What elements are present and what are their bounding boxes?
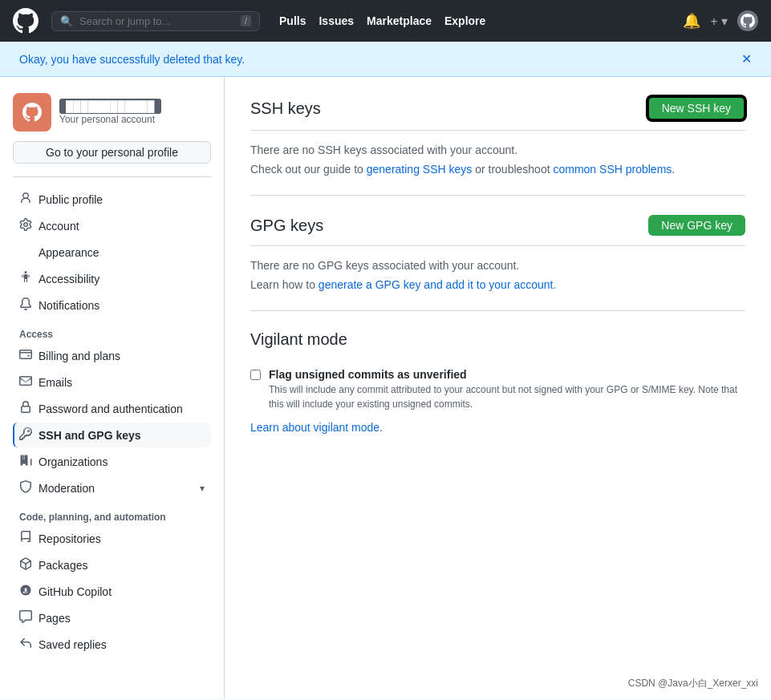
avatar[interactable] [737, 10, 758, 31]
sidebar-item-repositories[interactable]: Repositories [13, 526, 211, 551]
pulls-link[interactable]: Pulls [279, 14, 306, 27]
sidebar-label: GitHub Copilot [39, 585, 112, 598]
vigilant-checkbox-desc: This will include any commit attributed … [269, 382, 745, 411]
sidebar-label: Password and authentication [39, 403, 183, 415]
sidebar-nav-code: Repositories Packages GitHub Copilot Pag… [13, 526, 211, 657]
sidebar-item-account[interactable]: Account [13, 213, 211, 238]
sidebar-nav-access: Billing and plans Emails Password and au… [13, 343, 211, 500]
banner-close-button[interactable]: ✕ [741, 51, 752, 67]
ssh-section-title: SSH keys [250, 99, 321, 118]
sidebar-item-packages[interactable]: Packages [13, 552, 211, 577]
vigilant-checkbox[interactable] [250, 370, 261, 380]
ssh-guide-mid: or troubleshoot [472, 163, 553, 176]
sidebar-item-organizations[interactable]: Organizations [13, 449, 211, 474]
notifications-button[interactable]: 🔔 [683, 12, 700, 30]
success-banner: Okay, you have successfully deleted that… [0, 42, 771, 77]
sidebar-label: Billing and plans [39, 350, 120, 362]
sidebar-item-appearance[interactable]: Appearance [13, 240, 211, 265]
sidebar-divider-top [13, 176, 211, 177]
sidebar-label: SSH and GPG keys [39, 429, 141, 442]
section-divider-1 [250, 195, 745, 196]
sidebar-item-accessibility[interactable]: Accessibility [13, 266, 211, 291]
gpg-guide-prefix: Learn how to [250, 278, 319, 291]
creditcard-icon [19, 348, 32, 363]
lock-icon [19, 401, 32, 416]
paintbrush-icon [19, 245, 32, 260]
accessibility-icon [19, 271, 32, 286]
profile-name: ████████████ [59, 99, 161, 114]
vigilant-section-title: Vigilant mode [250, 330, 347, 349]
chevron-down-icon: ▾ [200, 483, 205, 494]
package-icon [19, 557, 32, 573]
explore-link[interactable]: Explore [444, 14, 485, 27]
code-section-label: Code, planning, and automation [13, 502, 211, 526]
sidebar-item-saved-replies[interactable]: Saved replies [13, 632, 211, 657]
avatar [13, 93, 51, 132]
vigilant-learn-link[interactable]: Learn about vigilant mode. [250, 421, 383, 434]
ssh-section-header: SSH keys New SSH key [250, 96, 745, 131]
sidebar-nav-main: Public profile Account Appearance Access… [13, 187, 211, 318]
vigilant-checkbox-row: Flag unsigned commits as unverified This… [250, 368, 745, 411]
sidebar-label: Packages [39, 559, 87, 572]
main-container: ████████████ Your personal account Go to… [0, 77, 771, 699]
top-nav-links: Pulls Issues Marketplace Explore [279, 14, 485, 27]
vigilant-checkbox-label: Flag unsigned commits as unverified [269, 368, 745, 381]
ssh-guide-link1[interactable]: generating SSH keys [367, 163, 473, 176]
shield-icon [19, 480, 32, 496]
profile-info: ████████████ Your personal account [59, 99, 161, 125]
gpg-keys-section: GPG keys New GPG key There are no GPG ke… [250, 215, 745, 291]
gpg-guide-text: Learn how to generate a GPG key and add … [250, 278, 745, 291]
gear-icon [19, 218, 32, 233]
sidebar-label: Repositories [39, 532, 101, 545]
sidebar-item-billing[interactable]: Billing and plans [13, 343, 211, 368]
sidebar-item-pages[interactable]: Pages [13, 605, 211, 630]
search-input[interactable] [79, 15, 234, 27]
sidebar-label: Appearance [39, 246, 99, 259]
bell-icon [19, 297, 32, 313]
new-menu-button[interactable]: + ▾ [710, 14, 728, 29]
sidebar-label: Accessibility [39, 273, 99, 285]
copilot-icon [19, 584, 32, 599]
gpg-guide-link[interactable]: generate a GPG key and add it to your ac… [319, 278, 554, 291]
vigilant-mode-section: Vigilant mode Flag unsigned commits as u… [250, 330, 745, 434]
sidebar-item-moderation[interactable]: Moderation ▾ [13, 475, 211, 500]
vigilant-section-header: Vigilant mode [250, 330, 745, 358]
top-navigation: 🔍 / Pulls Issues Marketplace Explore 🔔 +… [0, 0, 771, 42]
sidebar-item-ssh-gpg[interactable]: SSH and GPG keys [13, 423, 211, 447]
section-divider-2 [250, 310, 745, 311]
banner-message: Okay, you have successfully deleted that… [19, 53, 245, 66]
ssh-guide-prefix: Check out our guide to [250, 163, 367, 176]
gpg-guide-suffix: . [553, 278, 556, 291]
github-logo[interactable] [13, 8, 39, 34]
goto-profile-button[interactable]: Go to your personal profile [13, 141, 211, 164]
search-box[interactable]: 🔍 / [51, 11, 260, 31]
sidebar: ████████████ Your personal account Go to… [0, 77, 225, 699]
ssh-keys-section: SSH keys New SSH key There are no SSH ke… [250, 96, 745, 176]
issues-link[interactable]: Issues [319, 14, 354, 27]
new-ssh-key-button[interactable]: New SSH key [647, 96, 745, 120]
sidebar-item-notifications[interactable]: Notifications [13, 293, 211, 318]
main-content: SSH keys New SSH key There are no SSH ke… [225, 77, 771, 699]
sidebar-item-emails[interactable]: Emails [13, 370, 211, 395]
search-kbd: / [241, 15, 251, 26]
ssh-guide-text: Check out our guide to generating SSH ke… [250, 163, 745, 176]
sidebar-label: Saved replies [39, 638, 107, 651]
sidebar-item-public-profile[interactable]: Public profile [13, 187, 211, 212]
mail-icon [19, 374, 32, 390]
sidebar-label: Moderation [39, 482, 95, 495]
profile-section: ████████████ Your personal account Go to… [13, 93, 211, 164]
sidebar-item-password[interactable]: Password and authentication [13, 396, 211, 421]
marketplace-link[interactable]: Marketplace [367, 14, 432, 27]
ssh-guide-link2[interactable]: common SSH problems [553, 163, 672, 176]
reply-icon [19, 637, 32, 652]
sidebar-label: Account [39, 220, 79, 233]
sidebar-label: Organizations [39, 455, 108, 468]
profile-sub: Your personal account [59, 114, 161, 125]
gpg-section-title: GPG keys [250, 216, 323, 235]
new-gpg-key-button[interactable]: New GPG key [648, 215, 745, 236]
sidebar-item-copilot[interactable]: GitHub Copilot [13, 579, 211, 604]
watermark: CSDN @Java小白_Xerxer_xxi [623, 675, 763, 692]
person-icon [19, 192, 32, 207]
sidebar-label: Public profile [39, 193, 103, 206]
sidebar-label: Pages [39, 612, 71, 625]
